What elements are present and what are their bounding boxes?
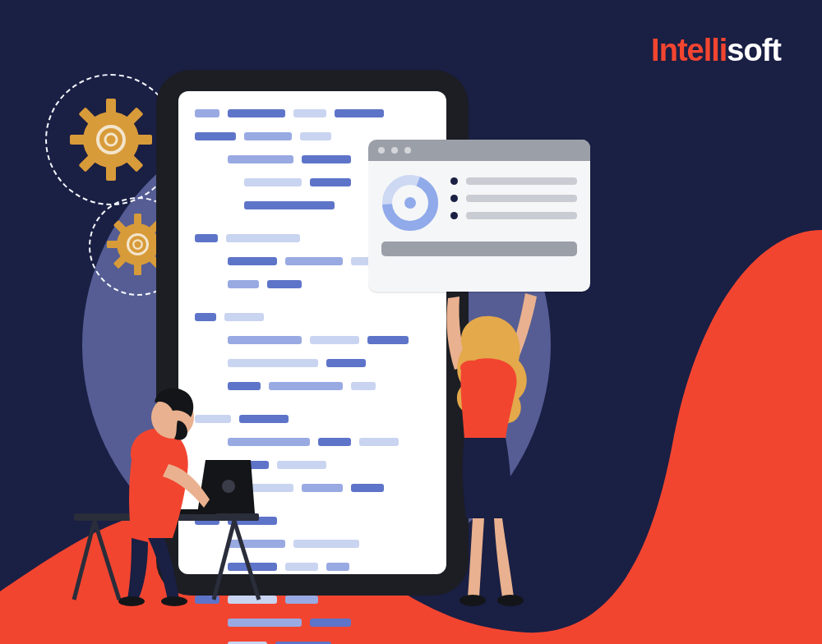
person-sitting-illustration — [49, 353, 296, 616]
popup-list-item — [450, 177, 577, 185]
svg-point-33 — [161, 596, 187, 606]
donut-chart-icon — [381, 174, 439, 232]
window-control-dot — [378, 147, 385, 154]
window-control-dot — [391, 147, 398, 154]
popup-list-item — [450, 195, 577, 202]
svg-rect-14 — [107, 241, 119, 248]
svg-rect-4 — [136, 135, 152, 145]
svg-point-36 — [459, 595, 486, 606]
svg-rect-2 — [106, 164, 116, 181]
svg-rect-12 — [134, 214, 141, 226]
popup-window — [368, 140, 590, 292]
svg-point-32 — [118, 596, 145, 606]
svg-rect-13 — [134, 263, 141, 275]
person-standing-illustration — [415, 292, 604, 620]
svg-line-29 — [234, 521, 259, 600]
popup-footer-bar — [381, 242, 577, 256]
svg-rect-1 — [106, 99, 116, 115]
svg-rect-3 — [70, 135, 86, 145]
svg-rect-31 — [179, 509, 216, 514]
brand-second: soft — [727, 33, 781, 67]
gear-icon-large — [70, 99, 152, 181]
svg-point-24 — [404, 197, 416, 209]
brand-logo: Intellisoft — [651, 33, 781, 68]
svg-point-30 — [222, 480, 235, 493]
popup-list-item — [450, 212, 577, 219]
popup-list — [450, 174, 577, 232]
svg-line-26 — [74, 521, 95, 600]
svg-line-28 — [214, 521, 234, 600]
window-control-dot — [404, 147, 411, 154]
brand-first: Intelli — [651, 33, 727, 67]
svg-point-37 — [497, 595, 524, 606]
svg-line-27 — [95, 521, 119, 600]
popup-titlebar — [368, 140, 590, 161]
